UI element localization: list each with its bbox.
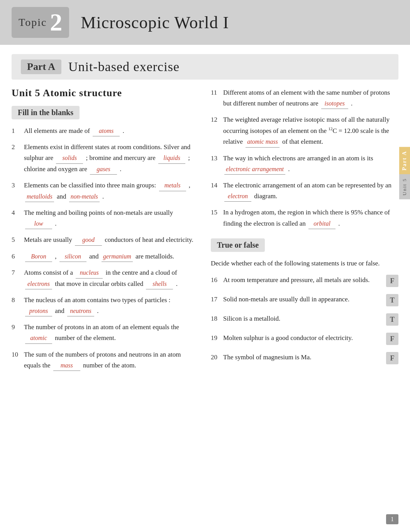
blank-7-electrons: electrons	[25, 279, 52, 289]
q-text-3: Elements can be classified into three ma…	[24, 180, 199, 202]
main-content: Unit 5 Atomic structure Fill in the blan…	[0, 87, 410, 388]
question-15: 15 In a hydrogen atom, the region in whi…	[211, 207, 398, 229]
topic-block: Topic 2	[12, 7, 69, 38]
q-num-9: 9	[12, 322, 24, 332]
tf-text-18: Silicon is a metalloid.	[223, 313, 381, 324]
page-title: Microscopic World I	[81, 13, 229, 32]
side-tab-unit5: Unit 5	[399, 174, 410, 199]
q-text-5: Metals are usually good conductors of he…	[24, 235, 199, 245]
question-3: 3 Elements can be classified into three …	[12, 180, 199, 202]
q-text-10: The sum of the numbers of protons and ne…	[24, 349, 199, 371]
part-a-label: Part A	[21, 59, 61, 74]
tf-text-17: Solid non-metals are usually dull in app…	[223, 294, 381, 304]
blank-2-gases: gases	[90, 164, 117, 175]
q-text-6: Boron , silicon and germanium are metall…	[24, 251, 199, 262]
tf-num-19: 19	[211, 333, 223, 343]
question-9: 9 The number of protons in an atom of an…	[12, 322, 199, 343]
page-header: Topic 2 Microscopic World I	[0, 0, 410, 45]
q-text-2: Elements exist in different states at ro…	[24, 142, 199, 175]
question-8: 8 The nucleus of an atom contains two ty…	[12, 295, 199, 316]
blank-2-liquids: liquids	[158, 153, 185, 163]
q-num-11: 11	[211, 87, 223, 98]
question-1: 1 All elements are made of atoms .	[12, 126, 199, 136]
blank-5-good: good	[75, 235, 102, 245]
q-text-14: The electronic arrangement of an atom ca…	[223, 180, 398, 202]
true-false-label: True or false	[211, 238, 265, 252]
blank-9-atomic: atomic	[25, 333, 52, 343]
tf-question-19: 19 Molten sulphur is a good conductor of…	[211, 333, 398, 345]
side-tab: Part A Unit 5	[399, 147, 410, 199]
question-13: 13 The way in which electrons are arrang…	[211, 153, 398, 175]
q-num-3: 3	[12, 180, 24, 190]
blank-6-boron: Boron	[25, 252, 52, 262]
tf-num-16: 16	[211, 275, 223, 285]
blank-12-atomic-mass: atomic mass	[246, 137, 280, 147]
blank-7-shells: shells	[146, 279, 173, 289]
tf-badge-18: T	[386, 313, 398, 326]
q-text-1: All elements are made of atoms .	[24, 126, 199, 136]
q-num-15: 15	[211, 207, 223, 218]
blank-14-electron: electron	[224, 191, 251, 202]
blank-1-atoms: atoms	[93, 126, 120, 136]
q-text-12: The weighted average relative isotopic m…	[223, 114, 398, 147]
blank-6-silicon: silicon	[59, 252, 86, 262]
question-4: 4 The melting and boiling points of non-…	[12, 207, 199, 229]
tf-text-20: The symbol of magnesium is Ma.	[223, 352, 381, 362]
true-false-section: True or false Decide whether each of the…	[211, 238, 398, 364]
tf-badge-19: F	[386, 333, 398, 345]
tf-badge-17: T	[386, 294, 398, 306]
question-7: 7 Atoms consist of a nucleus in the cent…	[12, 267, 199, 289]
q-num-10: 10	[12, 349, 24, 360]
q-text-9: The number of protons in an atom of an e…	[24, 322, 199, 343]
q-text-11: Different atoms of an element with the s…	[223, 87, 398, 109]
tf-question-17: 17 Solid non-metals are usually dull in …	[211, 294, 398, 306]
part-a-title: Unit-based exercise	[68, 59, 180, 74]
question-12: 12 The weighted average relative isotopi…	[211, 114, 398, 147]
question-11: 11 Different atoms of an element with th…	[211, 87, 398, 109]
tf-badge-16: F	[386, 275, 398, 287]
question-14: 14 The electronic arrangement of an atom…	[211, 180, 398, 202]
unit-heading: Unit 5 Atomic structure	[12, 87, 199, 99]
q-text-4: The melting and boiling points of non-me…	[24, 207, 199, 229]
blank-3-metalloids: metalloids	[25, 192, 54, 202]
question-10: 10 The sum of the numbers of protons and…	[12, 349, 199, 371]
blank-10-mass: mass	[53, 360, 80, 371]
blank-2-solids: solids	[56, 153, 83, 163]
q-num-4: 4	[12, 207, 24, 218]
q-text-8: The nucleus of an atom contains two type…	[24, 295, 199, 316]
blank-11-isotopes: isotopes	[321, 99, 348, 109]
blank-7-nucleus: nucleus	[76, 268, 103, 278]
q-text-13: The way in which electrons are arranged …	[223, 153, 398, 175]
tf-question-16: 16 At room temperature and pressure, all…	[211, 275, 398, 287]
page-number: 1	[386, 514, 398, 524]
part-a-bar: Part A Unit-based exercise	[12, 54, 398, 80]
right-questions-list: 11 Different atoms of an element with th…	[211, 87, 398, 229]
q-num-6: 6	[12, 251, 24, 262]
q-text-7: Atoms consist of a nucleus in the centre…	[24, 267, 199, 289]
blank-3-nonmetals: non-metals	[69, 192, 100, 202]
q-num-14: 14	[211, 180, 223, 190]
side-tab-part-a: Part A	[399, 147, 410, 174]
topic-number: 2	[50, 10, 62, 35]
tf-question-18: 18 Silicon is a metalloid. T	[211, 313, 398, 326]
tf-num-17: 17	[211, 294, 223, 304]
tf-badge-20: F	[386, 352, 398, 364]
tf-text-19: Molten sulphur is a good conductor of el…	[223, 333, 381, 343]
q-num-13: 13	[211, 153, 223, 163]
q-num-12: 12	[211, 114, 223, 125]
q-num-1: 1	[12, 126, 24, 136]
question-5: 5 Metals are usually good conductors of …	[12, 235, 199, 245]
tf-num-18: 18	[211, 313, 223, 324]
superscript-12: 12	[328, 126, 332, 131]
right-col-content: 11 Different atoms of an element with th…	[211, 87, 398, 364]
left-column: Unit 5 Atomic structure Fill in the blan…	[12, 87, 199, 376]
tf-question-20: 20 The symbol of magnesium is Ma. F	[211, 352, 398, 364]
q-num-7: 7	[12, 267, 24, 278]
q-num-8: 8	[12, 295, 24, 305]
blank-6-germanium: germanium	[102, 252, 133, 262]
questions-list: 1 All elements are made of atoms . 2 Ele…	[12, 126, 199, 371]
question-2: 2 Elements exist in different states at …	[12, 142, 199, 175]
blank-8-neutrons: neutrons	[67, 306, 94, 316]
right-column: 11 Different atoms of an element with th…	[211, 87, 398, 376]
fill-in-blanks-label: Fill in the blanks	[12, 106, 80, 119]
